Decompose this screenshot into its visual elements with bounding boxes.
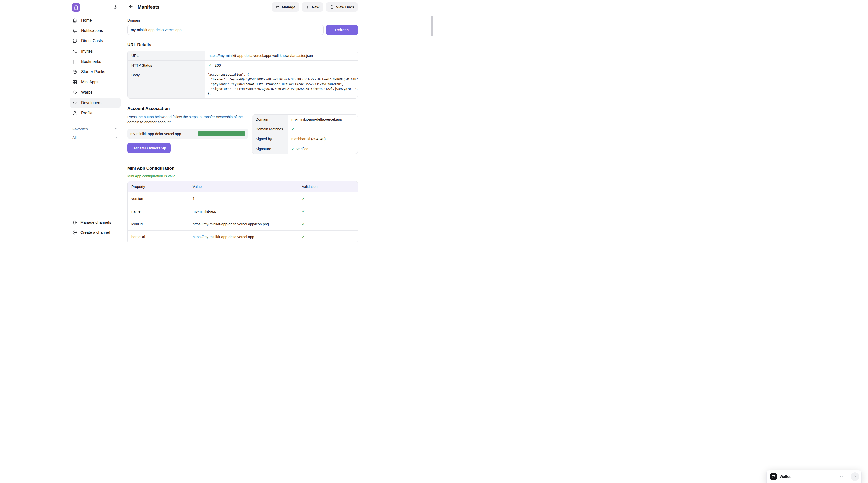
code-line: "signature": "44YeIWvomD/z6ZGg9Q/N/NP6EW… xyxy=(208,87,358,91)
sidebar-top xyxy=(70,2,121,13)
mini-app-config-table: Property Value Validation version 1 ✓ na… xyxy=(127,181,358,241)
bookmark-icon xyxy=(72,59,78,64)
property-cell: iconUrl xyxy=(128,218,189,231)
sidebar-item-label: Home xyxy=(81,18,92,23)
check-icon: ✓ xyxy=(209,63,212,67)
refresh-button[interactable]: Refresh xyxy=(326,25,358,35)
property-cell: homeUrl xyxy=(128,231,189,241)
manage-button-label: Manage xyxy=(282,5,296,9)
table-row: Domain my-minikit-app-delta.vercel.app xyxy=(252,115,358,124)
scrollbar-thumb[interactable] xyxy=(431,16,433,36)
transfer-panel: Press the button below and follow the st… xyxy=(127,114,248,154)
manifest-content: Domain Refresh URL Details URL https://m… xyxy=(121,14,358,241)
url-details-heading: URL Details xyxy=(127,42,358,48)
sidebar-item-label: Invites xyxy=(81,49,93,54)
manage-button[interactable]: Manage xyxy=(272,2,299,11)
chat-bubble-icon xyxy=(72,38,78,43)
favorites-label: Favorites xyxy=(72,127,88,131)
new-button-label: New xyxy=(312,5,319,9)
check-icon: ✓ xyxy=(291,127,294,131)
domain-label: Domain xyxy=(127,18,358,22)
chevron-down-icon xyxy=(114,127,118,131)
table-row: Signed by mashharuki (394240) xyxy=(252,134,358,144)
value-cell: 1 xyxy=(189,192,298,205)
diamond-icon xyxy=(72,90,78,95)
domain-input[interactable] xyxy=(127,25,324,35)
aa-domain-value: my-minikit-app-delta.vercel.app xyxy=(291,117,342,121)
new-button[interactable]: New xyxy=(302,2,323,11)
document-icon xyxy=(330,5,334,9)
table-row: Body "accountAssociation": { "header": "… xyxy=(128,70,358,98)
package-icon xyxy=(72,69,78,74)
column-header-validation: Validation xyxy=(298,181,358,192)
check-icon: ✓ xyxy=(291,147,294,151)
sidebar-item-label: Warps xyxy=(81,90,93,95)
sidebar-item-notifications[interactable]: Notifications xyxy=(70,25,121,36)
sidebar-bottom: Manage channels Create a channel xyxy=(70,217,121,238)
sidebar-item-developers[interactable]: Developers xyxy=(70,97,121,108)
create-channel-label: Create a channel xyxy=(81,230,110,235)
aa-domain-label: Domain xyxy=(252,115,288,124)
url-value: https://my-minikit-app-delta.vercel.app/… xyxy=(209,54,313,58)
main-panel: Manifests Manage New xyxy=(121,0,434,241)
http-status-label: HTTP Status xyxy=(128,61,205,70)
bell-icon xyxy=(72,28,78,33)
sidebar-item-mini-apps[interactable]: Mini Apps xyxy=(70,77,121,87)
table-header-row: Property Value Validation xyxy=(128,181,358,192)
code-line: "accountAssociation": { xyxy=(208,72,358,77)
account-association-table: Domain my-minikit-app-delta.vercel.app D… xyxy=(252,114,358,154)
all-label: All xyxy=(72,135,76,140)
sidebar-item-label: Developers xyxy=(81,100,101,105)
account-association-section: Account Association Press the button bel… xyxy=(127,106,358,154)
view-docs-button[interactable]: View Docs xyxy=(326,2,358,11)
check-icon: ✓ xyxy=(302,222,305,226)
home-icon xyxy=(72,18,78,23)
settings-button[interactable] xyxy=(113,4,119,11)
app-root: Home Notifications Direct Casts Invites xyxy=(0,0,434,241)
sidebar-item-warps[interactable]: Warps xyxy=(70,87,121,97)
value-cell: https://my-minikit-app-delta.vercel.app/… xyxy=(189,218,298,231)
sidebar-item-label: Starter Packs xyxy=(81,70,105,74)
table-row: iconUrl https://my-minikit-app-delta.ver… xyxy=(128,218,358,231)
header-actions: Manage New View Docs xyxy=(272,2,358,11)
sidebar-item-label: Notifications xyxy=(81,28,103,33)
sidebar-item-direct-casts[interactable]: Direct Casts xyxy=(70,36,121,46)
farcaster-logo[interactable] xyxy=(72,3,81,11)
value-cell: my-minikit-app xyxy=(189,205,298,218)
domain-section: Domain Refresh xyxy=(127,18,358,35)
gear-icon xyxy=(72,220,78,225)
signature-redacted-bar xyxy=(198,131,245,137)
user-icon xyxy=(72,111,78,116)
check-icon: ✓ xyxy=(302,197,305,201)
sidebar-item-profile[interactable]: Profile xyxy=(70,108,121,118)
aa-signature-label: Signature xyxy=(252,144,288,154)
manifest-body-code: "accountAssociation": { "header": "eyJma… xyxy=(205,70,358,98)
plus-icon xyxy=(305,5,310,9)
sidebar-item-label: Profile xyxy=(81,111,92,115)
sidebar-item-starter-packs[interactable]: Starter Packs xyxy=(70,67,121,77)
manage-channels-button[interactable]: Manage channels xyxy=(70,217,121,228)
table-row: version 1 ✓ xyxy=(128,192,358,205)
url-row-label: URL xyxy=(128,51,205,60)
page-header: Manifests Manage New xyxy=(121,0,434,14)
sidebar-nav: Home Notifications Direct Casts Invites xyxy=(70,15,121,118)
aa-signed-by-value: mashharuki (394240) xyxy=(291,137,326,141)
grid-icon xyxy=(72,80,78,85)
sidebar-item-label: Direct Casts xyxy=(81,39,103,43)
sidebar-item-invites[interactable]: Invites xyxy=(70,46,121,56)
users-icon xyxy=(72,49,78,54)
body-row-label: Body xyxy=(128,70,205,98)
back-arrow-icon xyxy=(128,4,133,10)
all-toggle[interactable]: All xyxy=(70,133,121,142)
aa-matches-label: Domain Matches xyxy=(252,124,288,134)
favorites-toggle[interactable]: Favorites xyxy=(70,125,121,133)
config-valid-message: Mini App configuration is valid. xyxy=(127,174,358,178)
aa-signature-value: Verified xyxy=(297,147,308,151)
transfer-ownership-button[interactable]: Transfer Ownership xyxy=(127,143,170,153)
sidebar-item-bookmarks[interactable]: Bookmarks xyxy=(70,56,121,67)
create-channel-button[interactable]: Create a channel xyxy=(70,228,121,238)
sidebar-item-home[interactable]: Home xyxy=(70,15,121,25)
table-row: Domain Matches ✓ xyxy=(252,124,358,134)
back-button[interactable] xyxy=(127,3,134,10)
manage-icon xyxy=(275,5,280,9)
